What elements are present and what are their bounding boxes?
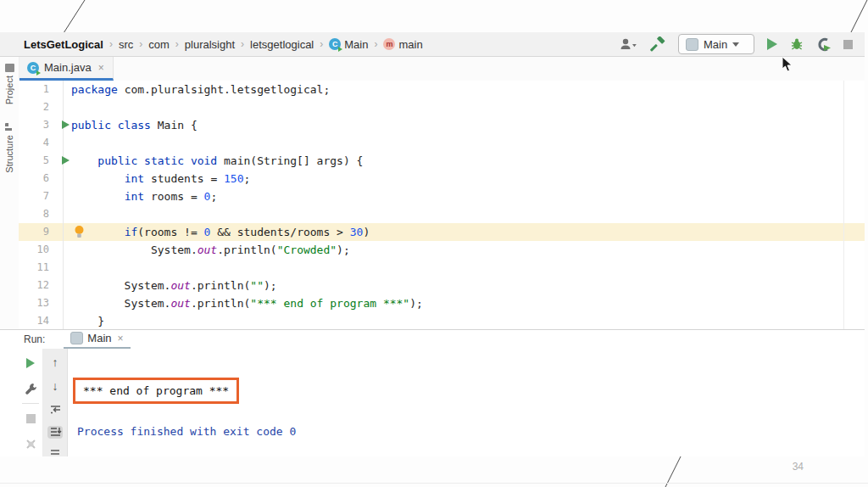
code-text: public class Main { [64,116,198,134]
breadcrumb-separator: › [241,38,244,50]
code-line-11: 11 [19,259,865,277]
run-gutter-icon[interactable] [62,156,70,165]
run-settings-button[interactable] [23,381,38,396]
soft-wrap-button[interactable] [47,403,63,416]
tab-main-java[interactable]: C Main.java × [19,57,114,81]
scroll-to-end-button[interactable] [47,426,63,439]
project-label: Project [4,76,14,104]
breadcrumb-item-main[interactable]: CMain [329,38,368,51]
code-line-13: 13 System.out.println("*** end of progra… [19,294,865,312]
code-editor[interactable]: 1package com.pluralsight.letsgetlogical;… [19,81,865,329]
run-panel-header: Run: Main × [19,330,131,349]
line-number: 14 [19,312,64,329]
navigation-bar: LetsGetLogical›src›com›pluralsight›letsg… [0,32,865,57]
breadcrumb-separator: › [175,38,179,50]
scroll-up-button[interactable]: ↑ [47,355,63,369]
stop-button[interactable] [843,35,853,53]
stop-icon [843,40,853,49]
run-panel-title: Run: [19,333,50,349]
run-configuration-select[interactable]: Main [678,34,754,54]
folder-icon [5,64,14,72]
run-with-coverage-button[interactable] [816,35,831,53]
code-line-7: 7 int rooms = 0; [19,188,865,205]
line-number: 2 [19,98,64,116]
breadcrumb-separator: › [374,38,377,50]
breadcrumb-label: com [148,38,170,51]
run-actions-toolbar [19,349,43,456]
run-gutter-icon[interactable] [62,120,70,129]
code-line-10: 10 System.out.println("Crowded"); [19,241,865,259]
toolbar-divider [22,403,39,404]
wrench-icon [25,383,37,395]
console-output[interactable]: *** end of program *** Process finished … [68,349,865,456]
run-tab-main[interactable]: Main × [64,332,130,349]
tab-label: Main.java [44,61,92,74]
breadcrumb-item-pluralsight[interactable]: pluralsight [185,38,235,51]
restart-debug-button[interactable] [23,436,38,451]
code-line-2: 2 [19,98,865,116]
breadcrumb-item-com[interactable]: com [148,38,170,51]
breadcrumb-separator: › [139,38,142,50]
stop-icon [26,414,36,423]
class-icon: C [329,38,341,50]
breadcrumb-item-src[interactable]: src [119,38,133,51]
code-text: System.out.println("*** end of program *… [64,294,423,312]
editor-tab-bar: C Main.java × [19,57,865,81]
run-tool-window: Run: Main × [0,329,865,456]
scroll-to-end-icon [49,426,62,439]
line-number: 8 [19,205,64,223]
code-text: System.out.println(""); [64,277,277,294]
scroll-down-button[interactable]: ↓ [47,379,63,393]
restart-icon [25,438,37,451]
code-text [64,98,71,116]
soft-wrap-icon [49,403,62,416]
breadcrumb-separator: › [109,38,113,50]
stop-process-button[interactable] [23,411,38,426]
slide: 34 LetsGetLogical›src›com›pluralsight›le… [0,0,868,487]
user-profile-button[interactable] [619,35,637,53]
rerun-button[interactable] [23,355,38,371]
play-icon [767,38,777,50]
process-finished-message: Process finished with exit code 0 [77,425,296,438]
run-tab-label: Main [87,332,111,344]
lines-icon [49,449,62,457]
breadcrumb-item-letsgetlogical[interactable]: LetsGetLogical [24,38,103,51]
line-number: 13 [19,294,64,312]
hammer-icon [650,36,665,52]
code-text: public static void main(String[] args) { [64,152,363,170]
code-line-5: 5 public static void main(String[] args)… [19,152,865,170]
close-icon[interactable]: × [98,62,104,74]
build-button[interactable] [650,35,665,53]
code-line-6: 6 int students = 150; [19,170,865,188]
breadcrumb-item-letsgetlogical[interactable]: letsgetlogical [250,38,314,51]
code-text: int students = 150; [64,170,250,188]
sidebar-item-structure[interactable]: Structure [0,123,19,173]
breadcrumb-label: LetsGetLogical [24,38,103,51]
console-icon [70,332,83,344]
code-text: if(rooms != 0 && students/rooms > 30) [64,223,370,241]
code-text: int rooms = 0; [64,188,217,205]
breadcrumb-label: letsgetlogical [250,38,314,51]
code-text [64,134,71,152]
line-number: 3 [19,116,64,134]
line-number: 5 [19,152,64,170]
run-button[interactable] [767,35,777,53]
ide-window: LetsGetLogical›src›com›pluralsight›letsg… [0,32,865,456]
console-view-toolbar: ↑ ↓ [43,349,68,456]
highlighted-output-annotation: *** end of program *** [73,378,239,404]
line-number: 4 [19,134,64,152]
breadcrumb-label: Main [344,38,368,51]
code-text [64,259,71,277]
clear-console-button[interactable] [47,449,63,457]
method-icon: m [383,38,395,50]
right-margin-guide [843,81,844,329]
close-icon[interactable]: × [118,333,124,344]
breadcrumb-item-main[interactable]: mmain [383,38,422,51]
slide-bottom-rule [0,483,868,484]
breadcrumb-label: main [398,38,422,51]
debug-button[interactable] [790,35,804,53]
page-number: 34 [793,461,804,473]
code-line-12: 12 System.out.println(""); [19,277,865,294]
sidebar-item-project[interactable]: Project [0,64,19,104]
code-line-8: 8 [19,205,865,223]
